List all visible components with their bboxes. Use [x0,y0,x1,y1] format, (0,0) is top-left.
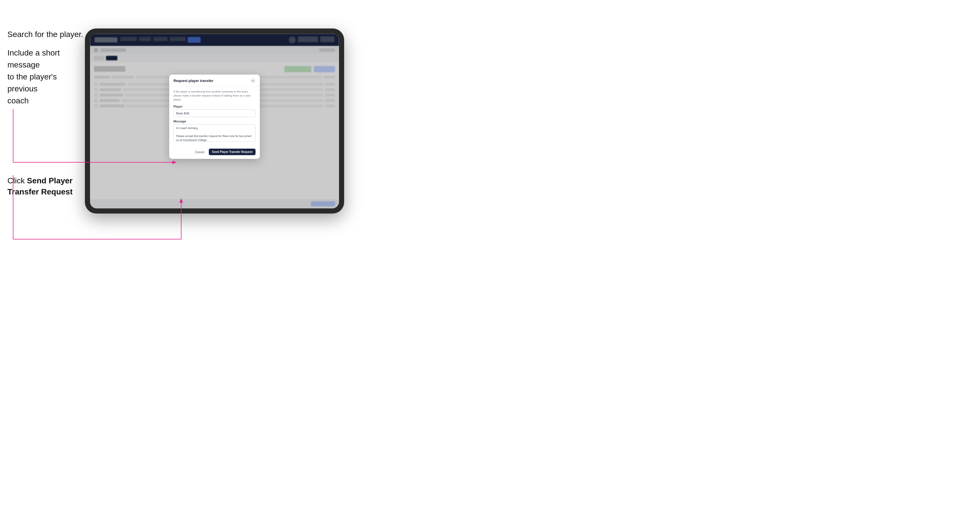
tablet-device: Request player transfer × If the player … [85,29,344,214]
modal-title: Request player transfer [173,79,213,83]
modal-dialog: Request player transfer × If the player … [169,75,260,159]
send-transfer-request-button[interactable]: Send Player Transfer Request [209,149,256,155]
cancel-button[interactable]: Cancel [193,149,207,155]
tablet-screen: Request player transfer × If the player … [90,33,339,208]
annotation-message: Include a short messageto the player's p… [7,47,84,107]
modal-header: Request player transfer × [169,75,260,87]
player-label: Player [173,105,256,108]
message-textarea[interactable]: Hi Coach McHarg, Please accept this tran… [173,124,256,142]
modal-overlay: Request player transfer × If the player … [90,33,339,208]
modal-body: If the player is transferring from anoth… [169,87,260,146]
modal-close-button[interactable]: × [250,78,256,83]
message-label: Message [173,119,256,123]
modal-footer: Cancel Send Player Transfer Request [169,146,260,159]
player-input[interactable] [173,110,256,117]
modal-description: If the player is transferring from anoth… [173,90,256,102]
annotation-search: Search for the player. [7,29,83,40]
annotation-click: Click Send Player Transfer Request [7,175,73,197]
click-bold: Send Player Transfer Request [7,176,73,196]
